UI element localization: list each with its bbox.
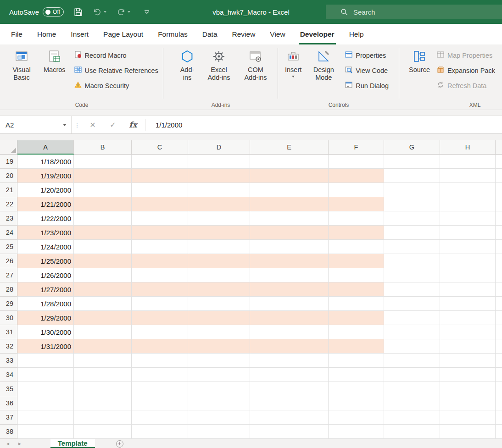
cell-F22[interactable] [329,197,384,211]
cell-H25[interactable] [440,240,496,254]
cell-F34[interactable] [329,368,384,382]
cell-H28[interactable] [440,282,496,297]
new-sheet-button[interactable]: + [116,440,123,448]
cell-G22[interactable] [384,197,440,211]
cell-D31[interactable] [188,325,250,339]
cell-G24[interactable] [384,226,440,240]
cell-G32[interactable] [384,339,440,354]
row-header-32[interactable]: 32 [0,339,17,354]
cell-G21[interactable] [384,183,440,197]
cell-G35[interactable] [384,382,440,396]
cell-C26[interactable] [132,254,188,268]
cell-G30[interactable] [384,311,440,325]
name-box[interactable]: A2 [0,116,72,133]
tab-help[interactable]: Help [342,24,371,44]
cell-A27[interactable]: 1/26/2000 [17,268,74,282]
row-header-25[interactable]: 25 [0,240,17,254]
cell-E19[interactable] [250,155,329,169]
row-header-29[interactable]: 29 [0,297,17,311]
cell-E32[interactable] [250,339,329,354]
tab-data[interactable]: Data [195,24,225,44]
cell-F35[interactable] [329,382,384,396]
cell-E25[interactable] [250,240,329,254]
cell-I33[interactable] [496,354,502,368]
cell-H30[interactable] [440,311,496,325]
cell-I27[interactable] [496,268,502,282]
cell-G37[interactable] [384,410,440,425]
cell-A21[interactable]: 1/20/2000 [17,183,74,197]
cell-C24[interactable] [132,226,188,240]
cell-D32[interactable] [188,339,250,354]
cell-E29[interactable] [250,297,329,311]
com-add-ins-button[interactable]: COM Add-ins [239,48,273,82]
cell-E30[interactable] [250,311,329,325]
cell-F25[interactable] [329,240,384,254]
undo-icon[interactable] [93,8,106,16]
cell-E35[interactable] [250,382,329,396]
cell-E36[interactable] [250,396,329,410]
cell-B32[interactable] [74,339,132,354]
cell-C22[interactable] [132,197,188,211]
cell-F19[interactable] [329,155,384,169]
row-header-34[interactable]: 34 [0,368,17,382]
cell-E28[interactable] [250,282,329,297]
cell-F24[interactable] [329,226,384,240]
autosave-toggle[interactable]: Off [43,7,64,17]
cell-C25[interactable] [132,240,188,254]
cell-D21[interactable] [188,183,250,197]
cell-H23[interactable] [440,211,496,226]
cell-A25[interactable]: 1/24/2000 [17,240,74,254]
cell-E27[interactable] [250,268,329,282]
cell-C37[interactable] [132,410,188,425]
row-header-21[interactable]: 21 [0,183,17,197]
row-header-33[interactable]: 33 [0,354,17,368]
tab-file[interactable]: File [4,24,30,44]
row-header-38[interactable]: 38 [0,425,17,439]
cell-D20[interactable] [188,169,250,183]
cell-E21[interactable] [250,183,329,197]
cell-H37[interactable] [440,410,496,425]
cell-F37[interactable] [329,410,384,425]
tab-insert[interactable]: Insert [63,24,96,44]
cell-E33[interactable] [250,354,329,368]
cell-H35[interactable] [440,382,496,396]
cell-H38[interactable] [440,425,496,439]
cell-F30[interactable] [329,311,384,325]
sheet-tab-template[interactable]: Template [50,439,95,448]
cell-B29[interactable] [74,297,132,311]
tab-review[interactable]: Review [225,24,263,44]
cell-C29[interactable] [132,297,188,311]
add-ins-button[interactable]: Add-ins [175,48,199,82]
row-header-27[interactable]: 27 [0,268,17,282]
row-header-24[interactable]: 24 [0,226,17,240]
cell-G25[interactable] [384,240,440,254]
cell-G33[interactable] [384,354,440,368]
cell-C36[interactable] [132,396,188,410]
cell-B26[interactable] [74,254,132,268]
column-header-H[interactable]: H [440,140,496,155]
cell-C31[interactable] [132,325,188,339]
refresh-data-button[interactable]: Refresh Data [437,81,495,90]
cell-G19[interactable] [384,155,440,169]
cell-H36[interactable] [440,396,496,410]
column-header-B[interactable]: B [74,140,132,155]
select-all-corner[interactable] [0,140,17,155]
cell-G23[interactable] [384,211,440,226]
cell-F29[interactable] [329,297,384,311]
cell-H27[interactable] [440,268,496,282]
cell-F31[interactable] [329,325,384,339]
insert-function-button[interactable]: fx [123,116,143,133]
search-input[interactable]: Search [326,5,502,19]
formula-input[interactable]: 1/1/2000 [149,116,502,133]
view-code-button[interactable]: View Code [345,66,389,75]
cell-D38[interactable] [188,425,250,439]
cell-I32[interactable] [496,339,502,354]
cell-G20[interactable] [384,169,440,183]
cell-A26[interactable]: 1/25/2000 [17,254,74,268]
cell-B27[interactable] [74,268,132,282]
cell-B23[interactable] [74,211,132,226]
cell-C30[interactable] [132,311,188,325]
cell-I20[interactable] [496,169,502,183]
run-dialog-button[interactable]: Run Dialog [345,81,389,90]
cell-I25[interactable] [496,240,502,254]
